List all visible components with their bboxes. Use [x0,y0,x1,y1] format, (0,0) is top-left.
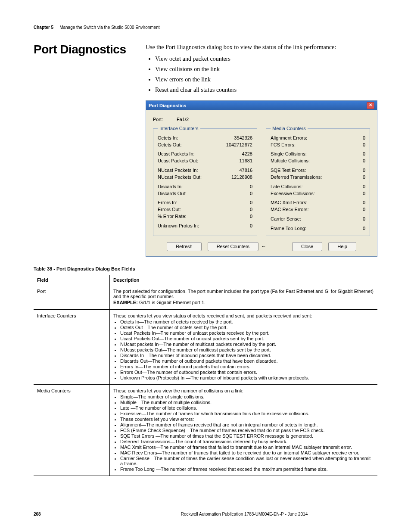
media-counter-row: Deferred Transmissions:0 [271,174,365,180]
interface-counters-group: Interface Counters Octets In:3542326Octe… [153,125,257,236]
media-counter-label: MAC Recv Errors: [271,206,309,213]
media-counters-group: Media Counters Alignment Errors:0FCS Err… [266,125,370,236]
interface-counter-value: 47816 [218,167,252,174]
description-bullet: Discards Out—The number of outbound pack… [120,358,374,364]
dialog-button-row: Refresh Reset Counters ← Close Help [153,242,370,251]
port-label: Port: [153,116,175,123]
media-counter-value: 0 [331,225,365,232]
description-bullet: NUcast packets Out—The number of multica… [120,347,374,352]
description-bullet: Multiple—The number of multiple collisio… [120,400,374,405]
interface-counters-legend: Interface Counters [158,125,200,132]
intro-bullets: View octet and packet countersView colli… [155,54,377,94]
interface-counter-row: Ucast Packets Out:11681 [158,158,252,164]
help-button[interactable]: Help [328,242,356,251]
description-bullet: Errors Out—The number of outbound packet… [120,370,374,375]
media-counter-label: Carrier Sense: [271,216,301,222]
description-bullet: SQE Test Errors —The number of times tha… [120,433,374,439]
media-counter-label: FCS Errors: [271,142,296,148]
media-counter-value: 0 [331,184,365,190]
interface-counter-row: % Error Rate:0 [158,213,252,220]
interface-counter-row: NUcast Packets In:47816 [158,167,252,174]
interface-counter-label: Errors Out: [158,206,181,213]
field-description-cell: These counters let you view status of oc… [110,309,378,384]
intro-bullet: View errors on the link [155,75,377,84]
interface-counter-row: Discards In:0 [158,184,252,190]
media-counter-label: Alignment Errors: [271,135,307,141]
media-counter-label: Excessive Collisions: [271,190,315,197]
interface-counter-label: Errors In: [158,199,177,206]
description-bullet: MAC Xmit Errors—The number of frames tha… [120,445,374,450]
description-bullet: Discards In—The number of inbound packet… [120,353,374,358]
intro-bullet: View octet and packet counters [155,54,377,63]
description-bullets: Single—The number of single collisions.M… [120,394,374,472]
table-caption: Table 38 - Port Diagnostics Dialog Box F… [34,266,377,271]
media-counter-value: 0 [331,174,365,180]
interface-counter-value: 1042712672 [218,142,252,148]
field-name-cell: Port [34,285,110,309]
media-counter-row: MAC Recv Errors:0 [271,206,365,213]
table-row: Media CountersThese counters let you vie… [34,384,377,476]
interface-counter-label: NUcast Packets Out: [158,174,202,180]
description-bullet: Frame Too Long —The number of frames rec… [120,467,374,472]
dialog-titlebar: Port Diagnostics ✕ [146,101,377,110]
fields-table: Field Description PortThe port selected … [34,275,377,476]
description-bullet: Single—The number of single collisions. [120,394,374,399]
dialog-title: Port Diagnostics [149,103,186,109]
running-header: Chapter 5 Manage the Switch via the Stud… [34,25,377,30]
close-icon[interactable]: ✕ [367,102,374,109]
intro-bullet: View collisions on the link [155,65,377,74]
interface-counter-label: Ucast Packets In: [158,151,195,157]
media-counter-value: 0 [331,135,365,141]
description-bullet: These counters let you view errors: [120,417,374,422]
interface-counter-value: 0 [218,199,252,206]
interface-counter-value: 0 [218,190,252,197]
th-description: Description [110,275,378,285]
media-counter-label: Deferred Transmissions: [271,174,322,180]
interface-counter-row: Octets Out:1042712672 [158,142,252,148]
chapter-subtitle: Manage the Switch via the Studio 5000 En… [59,25,159,30]
media-counter-label: MAC Xmit Errors: [271,199,308,206]
arrow-left-icon: ← [261,243,266,250]
media-counter-value: 0 [331,206,365,213]
description-bullet: Octets Out—The number of octets sent by … [120,325,374,330]
refresh-button[interactable]: Refresh [167,242,202,251]
media-counter-label: Frame Too Long: [271,225,306,232]
interface-counter-row: Unknown Protos In:0 [158,223,252,229]
description-bullet: Alignment—The number of frames received … [120,422,374,427]
description-bullet: Octets In—The number of octets received … [120,319,374,324]
intro-bullet: Reset and clear all status counters [155,85,377,94]
description-bullet: Ucast Packets In—The number of unicast p… [120,330,374,336]
interface-counter-row: Errors In:0 [158,199,252,206]
field-description-cell: These counters let you view the number o… [110,384,378,476]
chapter-label: Chapter 5 [34,25,53,30]
media-counter-value: 0 [331,216,365,222]
description-line: These counters let you view the number o… [113,388,374,393]
media-counter-label: Multiple Collisions: [271,158,310,164]
media-counter-row: Late Collisions:0 [271,184,365,190]
description-bullet: Deferred Transmissions—The count of tran… [120,439,374,444]
interface-counter-value: 0 [218,213,252,220]
reset-counters-button[interactable]: Reset Counters [208,242,258,251]
page-footer: 208 Rockwell Automation Publication 1783… [34,512,377,516]
field-description-cell: The port selected for configuration. The… [110,285,378,309]
port-value: Fa1/2 [177,117,189,122]
port-diagnostics-dialog: Port Diagnostics ✕ Port: Fa1/2 Interface… [146,100,377,257]
description-line: These counters let you view status of oc… [113,313,374,318]
media-counter-value: 0 [331,199,365,206]
table-row: PortThe port selected for configuration.… [34,285,377,309]
description-line: The port selected for configuration. The… [113,289,374,299]
media-counter-value: 0 [331,151,365,157]
media-counter-row: MAC Xmit Errors:0 [271,199,365,206]
description-bullet: NUcast packets In—The number of multicas… [120,342,374,347]
interface-counter-value: 3542326 [218,135,252,141]
media-counter-label: Late Collisions: [271,184,303,190]
description-bullet: Unknown Protos (Protocols) In —The numbe… [120,375,374,380]
interface-counter-value: 0 [218,206,252,213]
publication-info: Rockwell Automation Publication 1783-UM0… [111,512,377,516]
interface-counter-label: NUcast Packets In: [158,167,198,174]
media-counters-legend: Media Counters [271,125,308,132]
interface-counter-label: % Error Rate: [158,213,187,220]
close-button[interactable]: Close [292,242,322,251]
media-counter-value: 0 [331,167,365,174]
description-bullet: FCS (Frame Check Sequence)—The number of… [120,428,374,433]
